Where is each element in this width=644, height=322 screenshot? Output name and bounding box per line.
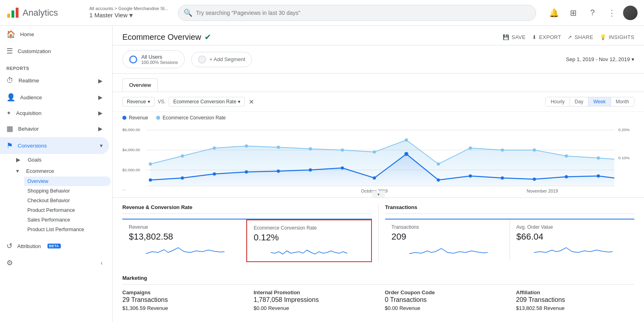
sidebar-item-product-list[interactable]: Product List Performance — [24, 225, 111, 234]
sidebar-item-ecommerce[interactable]: ▾ Ecommerce — [19, 165, 109, 176]
insights-button[interactable]: 💡 INSIGHTS — [600, 34, 634, 40]
clear-metric-button[interactable]: ✕ — [249, 98, 254, 106]
add-segment-label: + Add Segment — [209, 56, 245, 62]
metric1-label: Revenue — [127, 99, 146, 105]
ecr-dot-10 — [437, 162, 440, 166]
ecr-dot-7 — [341, 148, 344, 152]
sidebar-item-home[interactable]: 🏠 Home — [0, 26, 109, 43]
avatar[interactable] — [623, 6, 638, 20]
segment-name: All Users — [141, 54, 178, 60]
metric-value-revenue: $13,802.58 — [129, 232, 239, 242]
rev-dot-11 — [469, 174, 472, 178]
account-view-selector[interactable]: 1 Master View ▾ — [89, 11, 168, 20]
sidebar-item-shopping-behavior[interactable]: Shopping Behavior — [24, 186, 111, 196]
conversions-icon: ⚑ — [6, 141, 13, 150]
chart-expand-button[interactable]: ▾ — [372, 191, 385, 197]
export-button[interactable]: ⬇ EXPORT — [532, 34, 561, 40]
search-input[interactable] — [178, 5, 536, 21]
all-users-segment[interactable]: All Users 100.00% Sessions — [122, 50, 185, 68]
sparkline-ecr — [254, 244, 364, 256]
sidebar-item-sales-performance[interactable]: Sales Performance — [24, 215, 111, 225]
metric1-select[interactable]: Revenue ▾ — [122, 97, 155, 107]
legend-revenue: Revenue — [122, 115, 148, 121]
collapse-icon: ‹ — [101, 260, 103, 266]
sidebar-acquisition-label: Acquisition — [16, 110, 41, 116]
sidebar-customization-label: Customization — [18, 48, 51, 54]
date-range-selector[interactable]: Sep 1, 2019 - Nov 12, 2019 ▾ — [566, 56, 634, 62]
metric1-chevron: ▾ — [148, 99, 150, 105]
sidebar-reports-label: REPORTS — [0, 59, 112, 72]
sidebar-sub-conversions: ▶ Goals ▾ Ecommerce — [0, 154, 112, 176]
order-coupon-label: Order Coupon Code — [385, 289, 503, 295]
tab-overview[interactable]: Overview — [122, 78, 158, 92]
rev-dot-6 — [309, 168, 312, 172]
sidebar-shopping-behavior-label: Shopping Behavior — [27, 188, 70, 194]
marketing-card-internal-promotion: Internal Promotion 1,787,058 Impressions… — [254, 289, 372, 311]
save-icon: 💾 — [503, 34, 509, 40]
sidebar-item-conversions[interactable]: ⚑ Conversions ▾ — [0, 137, 109, 154]
metric-card-transactions: Transactions 209 — [385, 219, 510, 260]
share-icon: ↗ — [568, 34, 572, 40]
ecr-dot-8 — [373, 150, 376, 154]
ecr-dot — [156, 116, 160, 120]
affiliation-revenue: $13,802.58 Revenue — [516, 305, 634, 311]
ecr-dot-11 — [469, 146, 472, 150]
notification-bell-button[interactable]: 🔔 — [546, 5, 562, 21]
segment-bar: All Users 100.00% Sessions + Add Segment… — [113, 45, 644, 74]
sidebar-item-customization[interactable]: ☰ Customization — [0, 43, 109, 59]
date-chevron-icon: ▾ — [632, 56, 634, 62]
sidebar-item-product-performance[interactable]: Product Performance — [24, 205, 111, 215]
campaigns-sub: 29 Transactions — [122, 296, 241, 304]
expand-icon: ▶ — [98, 125, 103, 132]
svg-rect-2 — [16, 8, 19, 18]
top-nav: Analytics All accounts > Google Merchand… — [0, 0, 644, 26]
sidebar-conversions-label: Conversions — [18, 143, 47, 149]
transactions-section: Transactions Transactions 209 Avg. Order… — [385, 198, 635, 269]
sidebar-item-goals[interactable]: ▶ Goals — [19, 154, 109, 165]
hourly-button[interactable]: Hourly — [546, 97, 570, 106]
month-button[interactable]: Month — [611, 97, 634, 106]
sidebar-item-checkout-behavior[interactable]: Checkout Behavior — [24, 196, 111, 205]
metrics-divider — [378, 204, 379, 262]
segment-sub: 100.00% Sessions — [141, 60, 178, 65]
legend-ecr: Ecommerce Conversion Rate — [156, 115, 226, 121]
main-chart: $6,000.00 $4,000.00 $2,000.00 ... 0.20% … — [122, 124, 634, 194]
customization-icon: ☰ — [6, 47, 13, 55]
internal-promotion-revenue: $0.00 Revenue — [254, 305, 372, 311]
week-button[interactable]: Week — [588, 97, 610, 106]
sidebar-ecommerce-label: Ecommerce — [26, 168, 54, 174]
marketing-card-order-coupon: Order Coupon Code 0 Transactions $0.00 R… — [385, 289, 503, 311]
sidebar-item-audience[interactable]: 👤 Audience ▶ — [0, 89, 109, 106]
metric-card-ecr: Ecommerce Conversion Rate 0.12% — [246, 219, 372, 262]
add-segment-button[interactable]: + Add Segment — [191, 52, 252, 67]
sidebar-item-realtime[interactable]: ⏱ Realtime ▶ — [0, 72, 109, 89]
main-layout: 🏠 Home ☰ Customization REPORTS ⏱ Realtim… — [0, 26, 644, 322]
marketing-title: Marketing — [122, 275, 634, 285]
more-options-button[interactable]: ⋮ — [604, 5, 620, 21]
sidebar-item-behavior[interactable]: ▦ Behavior ▶ — [0, 120, 109, 137]
sidebar-realtime-label: Realtime — [19, 78, 39, 84]
sidebar-item-overview[interactable]: Overview — [24, 176, 111, 186]
day-button[interactable]: Day — [570, 97, 588, 106]
ecr-dot-13 — [533, 148, 536, 152]
help-button[interactable]: ? — [584, 5, 601, 21]
apps-grid-button[interactable]: ⊞ — [565, 5, 581, 21]
metric-label-transactions: Transactions — [392, 224, 503, 230]
metric-label-ecr: Ecommerce Conversion Rate — [254, 225, 364, 231]
rev-dot-4 — [245, 170, 248, 174]
save-button[interactable]: 💾 SAVE — [503, 34, 526, 40]
search-icon: 🔍 — [184, 8, 192, 17]
share-button[interactable]: ↗ SHARE — [568, 34, 593, 40]
sidebar-item-acquisition[interactable]: ✦ Acquisition ▶ — [0, 106, 109, 120]
sidebar-item-settings[interactable]: ⚙ ‹ — [0, 254, 109, 271]
metric2-select[interactable]: Ecommerce Conversion Rate ▾ — [169, 97, 245, 107]
svg-rect-0 — [7, 14, 10, 18]
sidebar-overview-label: Overview — [27, 178, 48, 184]
rev-dot-5 — [277, 170, 280, 173]
sidebar-item-attribution[interactable]: ↺ Attribution BETA — [0, 238, 109, 254]
date-range-text: Sep 1, 2019 - Nov 12, 2019 — [566, 56, 630, 62]
avg-order-sparkline-chart — [516, 244, 628, 256]
expand-down-icon: ▾ — [16, 168, 19, 174]
revenue-section: Revenue & Conversion Rate Revenue $13,80… — [122, 198, 372, 269]
page-title-text: Ecommerce Overview — [122, 33, 201, 42]
